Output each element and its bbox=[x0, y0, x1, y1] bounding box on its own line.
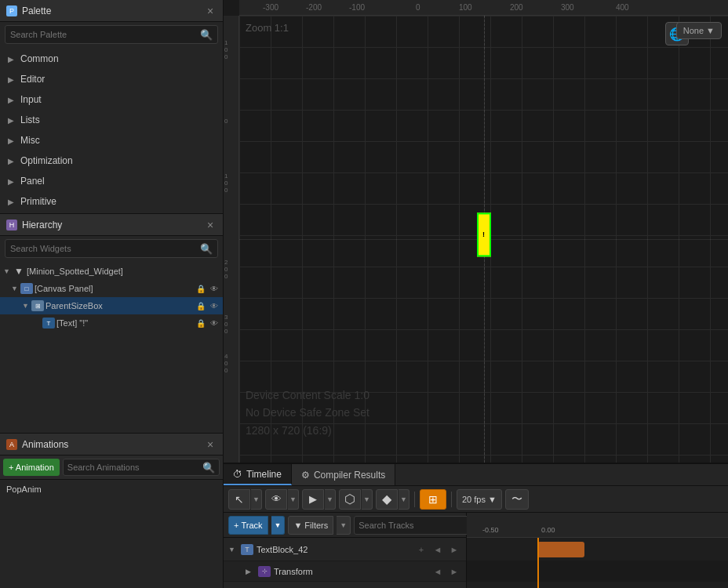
fps-selector[interactable]: 20 fps ▼ bbox=[457, 489, 502, 510]
hierarchy-item-root[interactable]: ▼ ▼ [Minion_Spotted_Widget] bbox=[0, 263, 223, 280]
add-animation-button[interactable]: + Animation bbox=[3, 459, 60, 476]
track-type-icon-transform: ⊹ bbox=[258, 566, 271, 577]
track-item-textblock[interactable]: ▼ T TextBlock_42 + ◄ ► bbox=[224, 538, 466, 561]
track-add-icon[interactable]: + bbox=[414, 543, 428, 557]
snap-tool-button[interactable]: ⊞ bbox=[420, 489, 446, 510]
timeline-track-header: + Track ▼ ▼ Filters ▼ 🔍 0.5 bbox=[224, 513, 466, 538]
track-nav-right-icon[interactable]: ► bbox=[447, 543, 461, 557]
track-nav-left-icon[interactable]: ◄ bbox=[431, 543, 445, 557]
hierarchy-search-bar[interactable]: 🔍 bbox=[5, 239, 218, 258]
palette-item-misc[interactable]: ▶ Misc bbox=[0, 130, 223, 151]
keyframe-block-textblock[interactable] bbox=[537, 542, 584, 557]
hier-item-label: [Canvas Panel] bbox=[35, 284, 93, 293]
hierarchy-search-input[interactable] bbox=[10, 244, 200, 253]
timeline-tracks: ▼ T TextBlock_42 + ◄ ► ▶ ⊹ bbox=[224, 538, 466, 588]
timeline-playhead bbox=[537, 538, 539, 588]
canvas-area: -300 -200 -100 0 100 200 300 400 100 0 1… bbox=[224, 0, 728, 463]
eye-icon[interactable]: 👁 bbox=[209, 318, 220, 328]
palette-search-icon: 🔍 bbox=[200, 29, 213, 41]
canvas-viewport[interactable]: Zoom 1:1 ! 🌐 None ▼ Device Content Scale… bbox=[239, 16, 728, 463]
canvas-widget[interactable]: ! bbox=[477, 212, 491, 256]
add-track-button[interactable]: + Track bbox=[228, 516, 268, 535]
timeline-tabs: ⏱ Timeline ⚙ Compiler Results bbox=[224, 464, 728, 486]
select-tool-button[interactable]: ↖ bbox=[228, 489, 250, 510]
fill-tool-button[interactable]: ◆ bbox=[376, 489, 398, 510]
animations-search-input[interactable] bbox=[67, 463, 202, 472]
lock-icon[interactable]: 🔒 bbox=[195, 318, 206, 328]
eye-icon[interactable]: 👁 bbox=[209, 300, 220, 311]
expand-canvas: ▼ bbox=[11, 285, 19, 292]
filter-button[interactable]: ▼ Filters bbox=[288, 516, 333, 535]
track-nav-right-icon-2[interactable]: ► bbox=[447, 564, 461, 579]
palette-item-input[interactable]: ▶ Input bbox=[0, 89, 223, 110]
play-tool-button[interactable]: ▶ bbox=[302, 489, 324, 510]
fill-tool-caret[interactable]: ▼ bbox=[399, 489, 410, 510]
hierarchy-close[interactable]: × bbox=[204, 219, 217, 231]
eye-tool-button[interactable]: 👁 bbox=[265, 489, 287, 510]
expand-psb: ▼ bbox=[22, 302, 30, 310]
hierarchy-item-canvas[interactable]: ▼ □ [Canvas Panel] 🔒 👁 bbox=[0, 280, 223, 297]
wave-button[interactable]: 〜 bbox=[505, 489, 529, 510]
palette-item-label: Common bbox=[20, 53, 59, 64]
canvas-actions: 🔒 👁 bbox=[195, 283, 220, 294]
main-layout: P Palette × 🔍 ▶ Common ▶ Editor ▶ bbox=[0, 0, 728, 588]
timeline-keyframes[interactable] bbox=[467, 538, 728, 588]
filter-caret[interactable]: ▼ bbox=[337, 516, 351, 535]
ruler-mark-0: 0 bbox=[416, 3, 420, 12]
track-nav-left-icon-2[interactable]: ◄ bbox=[431, 564, 445, 579]
animations-search-bar[interactable]: 🔍 bbox=[63, 459, 220, 476]
animations-close[interactable]: × bbox=[204, 438, 217, 451]
palette-item-panel[interactable]: ▶ Panel bbox=[0, 171, 223, 191]
tab-timeline[interactable]: ⏱ Timeline bbox=[224, 464, 292, 485]
play-tool-group: ▶ ▼ bbox=[302, 489, 336, 510]
play-tool-caret[interactable]: ▼ bbox=[325, 489, 336, 510]
select-tool-group: ↖ ▼ bbox=[228, 489, 262, 510]
canvas-none-button[interactable]: None ▼ bbox=[676, 22, 722, 39]
palette-item-optimization[interactable]: ▶ Optimization bbox=[0, 151, 223, 171]
palette-search-input[interactable] bbox=[10, 30, 200, 39]
left-panel: P Palette × 🔍 ▶ Common ▶ Editor ▶ bbox=[0, 0, 224, 588]
hierarchy-item-text[interactable]: T [Text] "!" 🔒 👁 bbox=[0, 314, 223, 332]
hierarchy-item-parentsizebox[interactable]: ▼ ⊞ ParentSizeBox 🔒 👁 bbox=[0, 297, 223, 314]
eye-icon[interactable]: 👁 bbox=[209, 283, 220, 294]
anim-item-popanim[interactable]: PopAnim bbox=[0, 480, 223, 499]
select-tool-caret[interactable]: ▼ bbox=[251, 489, 262, 510]
palette-arrow-panel: ▶ bbox=[8, 177, 16, 186]
add-track-plus-icon: + bbox=[234, 521, 238, 530]
track-item-transform[interactable]: ▶ ⊹ Transform ◄ ► bbox=[224, 561, 466, 582]
timeline-ruler: -0.50 0.00 bbox=[467, 513, 728, 538]
root-icon: ▼ bbox=[13, 266, 25, 277]
transform-tool-caret[interactable]: ▼ bbox=[362, 489, 373, 510]
fps-caret-icon: ▼ bbox=[488, 495, 497, 504]
ruler-mark-200: 200 bbox=[510, 3, 523, 12]
hierarchy-header: H Hierarchy × bbox=[0, 214, 223, 236]
ruler-mark-100v2: 100 bbox=[224, 172, 228, 194]
fps-label: 20 fps bbox=[462, 495, 486, 504]
palette-item-lists[interactable]: ▶ Lists bbox=[0, 110, 223, 130]
lock-icon[interactable]: 🔒 bbox=[195, 300, 206, 311]
palette-item-common[interactable]: ▶ Common bbox=[0, 49, 223, 69]
canvas-ruler-left: 100 0 100 200 300 400 bbox=[224, 16, 239, 463]
palette-search-bar[interactable]: 🔍 bbox=[5, 25, 218, 44]
track-search-input[interactable] bbox=[359, 521, 467, 530]
palette-item-editor[interactable]: ▶ Editor bbox=[0, 69, 223, 89]
tab-compiler-results[interactable]: ⚙ Compiler Results bbox=[292, 464, 395, 485]
palette-item-label: Lists bbox=[20, 114, 40, 125]
transform-tool-group: ⬡ ▼ bbox=[339, 489, 373, 510]
filter-label: Filters bbox=[304, 521, 328, 530]
ruler-mark-400: 400 bbox=[616, 3, 629, 12]
eye-tool-caret[interactable]: ▼ bbox=[288, 489, 299, 510]
lock-icon[interactable]: 🔒 bbox=[195, 283, 206, 294]
none-label: None bbox=[683, 26, 704, 35]
palette-close[interactable]: × bbox=[204, 5, 217, 17]
track-search-bar[interactable]: 🔍 bbox=[354, 516, 484, 535]
add-track-caret[interactable]: ▼ bbox=[271, 516, 286, 535]
palette-item-primitive[interactable]: ▶ Primitive bbox=[0, 191, 223, 212]
palette-arrow-editor: ▶ bbox=[8, 75, 16, 84]
compiler-tab-label: Compiler Results bbox=[314, 470, 385, 481]
palette-item-label: Editor bbox=[20, 74, 45, 85]
palette-header: P Palette × bbox=[0, 0, 223, 22]
track-name-transform: Transform bbox=[274, 567, 428, 576]
transform-tool-button[interactable]: ⬡ bbox=[339, 489, 361, 510]
palette-arrow-prim: ▶ bbox=[8, 198, 16, 206]
